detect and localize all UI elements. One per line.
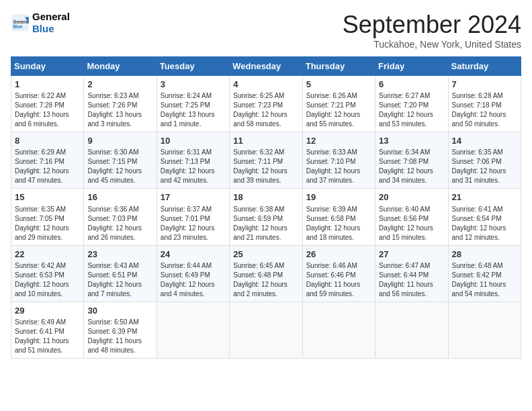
calendar-header-row: SundayMondayTuesdayWednesdayThursdayFrid…: [11, 57, 521, 76]
logo-icon: General Blue: [11, 13, 30, 32]
day-info: Sunrise: 6:23 AM Sunset: 7:26 PM Dayligh…: [87, 91, 152, 129]
day-info: Sunrise: 6:33 AM Sunset: 7:10 PM Dayligh…: [306, 148, 371, 185]
svg-text:Blue: Blue: [13, 24, 23, 29]
day-number: 25: [233, 248, 298, 261]
day-number: 5: [306, 79, 371, 91]
day-info: Sunrise: 6:27 AM Sunset: 7:20 PM Dayligh…: [379, 91, 444, 129]
calendar-week-row: 8Sunrise: 6:29 AM Sunset: 7:16 PM Daylig…: [11, 132, 521, 189]
calendar-cell: [157, 302, 229, 358]
column-header-monday: Monday: [84, 57, 157, 76]
day-info: Sunrise: 6:29 AM Sunset: 7:16 PM Dayligh…: [15, 148, 80, 185]
column-header-sunday: Sunday: [11, 57, 84, 76]
calendar-week-row: 1Sunrise: 6:22 AM Sunset: 7:28 PM Daylig…: [11, 76, 521, 132]
day-number: 12: [306, 135, 371, 147]
day-info: Sunrise: 6:42 AM Sunset: 6:53 PM Dayligh…: [15, 261, 80, 299]
day-number: 14: [452, 135, 517, 147]
day-info: Sunrise: 6:43 AM Sunset: 6:51 PM Dayligh…: [87, 261, 152, 299]
day-number: 18: [233, 191, 298, 203]
calendar-cell: 3Sunrise: 6:24 AM Sunset: 7:25 PM Daylig…: [157, 76, 229, 132]
day-info: Sunrise: 6:40 AM Sunset: 6:56 PM Dayligh…: [379, 205, 444, 242]
day-info: Sunrise: 6:31 AM Sunset: 7:13 PM Dayligh…: [161, 148, 226, 185]
day-info: Sunrise: 6:48 AM Sunset: 6:42 PM Dayligh…: [452, 261, 517, 299]
day-number: 4: [233, 79, 298, 91]
day-number: 27: [379, 248, 444, 261]
day-number: 23: [87, 248, 152, 261]
calendar-cell: 27Sunrise: 6:47 AM Sunset: 6:44 PM Dayli…: [375, 245, 448, 302]
calendar-cell: 9Sunrise: 6:30 AM Sunset: 7:15 PM Daylig…: [84, 132, 157, 189]
column-header-tuesday: Tuesday: [157, 57, 229, 76]
day-info: Sunrise: 6:28 AM Sunset: 7:18 PM Dayligh…: [452, 91, 517, 129]
day-number: 1: [15, 79, 80, 91]
day-info: Sunrise: 6:22 AM Sunset: 7:28 PM Dayligh…: [15, 91, 80, 129]
day-info: Sunrise: 6:41 AM Sunset: 6:54 PM Dayligh…: [452, 205, 517, 242]
day-number: 7: [452, 79, 517, 91]
day-info: Sunrise: 6:49 AM Sunset: 6:41 PM Dayligh…: [15, 318, 80, 355]
calendar-cell: [375, 302, 448, 358]
day-info: Sunrise: 6:35 AM Sunset: 7:06 PM Dayligh…: [452, 148, 517, 185]
calendar-week-row: 15Sunrise: 6:35 AM Sunset: 7:05 PM Dayli…: [11, 189, 521, 245]
calendar-cell: 20Sunrise: 6:40 AM Sunset: 6:56 PM Dayli…: [375, 189, 448, 245]
day-number: 20: [379, 191, 444, 203]
day-number: 29: [15, 305, 80, 317]
calendar-cell: 16Sunrise: 6:36 AM Sunset: 7:03 PM Dayli…: [84, 189, 157, 245]
day-info: Sunrise: 6:37 AM Sunset: 7:01 PM Dayligh…: [161, 205, 226, 242]
calendar-cell: 17Sunrise: 6:37 AM Sunset: 7:01 PM Dayli…: [157, 189, 229, 245]
calendar-week-row: 29Sunrise: 6:49 AM Sunset: 6:41 PM Dayli…: [11, 302, 521, 358]
day-info: Sunrise: 6:39 AM Sunset: 6:58 PM Dayligh…: [306, 205, 371, 242]
day-info: Sunrise: 6:32 AM Sunset: 7:11 PM Dayligh…: [233, 148, 298, 185]
calendar-cell: 4Sunrise: 6:25 AM Sunset: 7:23 PM Daylig…: [230, 76, 302, 132]
calendar-cell: 18Sunrise: 6:38 AM Sunset: 6:59 PM Dayli…: [230, 189, 302, 245]
day-info: Sunrise: 6:50 AM Sunset: 6:39 PM Dayligh…: [87, 318, 152, 355]
svg-text:General: General: [13, 19, 30, 24]
column-header-friday: Friday: [375, 57, 448, 76]
day-number: 16: [87, 191, 152, 203]
calendar-cell: 21Sunrise: 6:41 AM Sunset: 6:54 PM Dayli…: [448, 189, 521, 245]
day-info: Sunrise: 6:45 AM Sunset: 6:48 PM Dayligh…: [233, 261, 298, 299]
calendar-cell: 5Sunrise: 6:26 AM Sunset: 7:21 PM Daylig…: [302, 76, 375, 132]
calendar-cell: 23Sunrise: 6:43 AM Sunset: 6:51 PM Dayli…: [84, 245, 157, 302]
calendar-cell: 13Sunrise: 6:34 AM Sunset: 7:08 PM Dayli…: [375, 132, 448, 189]
day-info: Sunrise: 6:47 AM Sunset: 6:44 PM Dayligh…: [379, 261, 444, 299]
day-number: 3: [161, 79, 226, 91]
day-number: 19: [306, 191, 371, 203]
day-number: 30: [87, 305, 152, 317]
calendar-cell: 10Sunrise: 6:31 AM Sunset: 7:13 PM Dayli…: [157, 132, 229, 189]
page-header: General Blue General Blue September 2024…: [11, 11, 521, 50]
title-area: September 2024 Tuckahoe, New York, Unite…: [343, 11, 521, 50]
day-number: 26: [306, 248, 371, 261]
day-info: Sunrise: 6:36 AM Sunset: 7:03 PM Dayligh…: [87, 205, 152, 242]
day-info: Sunrise: 6:26 AM Sunset: 7:21 PM Dayligh…: [306, 91, 371, 129]
day-number: 15: [15, 191, 80, 203]
day-info: Sunrise: 6:44 AM Sunset: 6:49 PM Dayligh…: [161, 261, 226, 299]
calendar-table: SundayMondayTuesdayWednesdayThursdayFrid…: [11, 56, 521, 359]
calendar-cell: 22Sunrise: 6:42 AM Sunset: 6:53 PM Dayli…: [11, 245, 84, 302]
day-number: 22: [15, 248, 80, 261]
day-number: 6: [379, 79, 444, 91]
logo-text: General Blue: [32, 11, 70, 35]
column-header-thursday: Thursday: [302, 57, 375, 76]
day-info: Sunrise: 6:30 AM Sunset: 7:15 PM Dayligh…: [87, 148, 152, 185]
calendar-cell: 25Sunrise: 6:45 AM Sunset: 6:48 PM Dayli…: [230, 245, 302, 302]
calendar-cell: [302, 302, 375, 358]
day-info: Sunrise: 6:25 AM Sunset: 7:23 PM Dayligh…: [233, 91, 298, 129]
calendar-cell: [448, 302, 521, 358]
day-number: 10: [161, 135, 226, 147]
calendar-cell: 14Sunrise: 6:35 AM Sunset: 7:06 PM Dayli…: [448, 132, 521, 189]
day-number: 8: [15, 135, 80, 147]
calendar-cell: 1Sunrise: 6:22 AM Sunset: 7:28 PM Daylig…: [11, 76, 84, 132]
day-number: 9: [87, 135, 152, 147]
location: Tuckahoe, New York, United States: [343, 39, 521, 50]
month-title: September 2024: [343, 11, 521, 39]
day-number: 11: [233, 135, 298, 147]
day-info: Sunrise: 6:38 AM Sunset: 6:59 PM Dayligh…: [233, 205, 298, 242]
day-number: 2: [87, 79, 152, 91]
calendar-cell: 7Sunrise: 6:28 AM Sunset: 7:18 PM Daylig…: [448, 76, 521, 132]
calendar-cell: [230, 302, 302, 358]
day-info: Sunrise: 6:35 AM Sunset: 7:05 PM Dayligh…: [15, 205, 80, 242]
day-number: 28: [452, 248, 517, 261]
column-header-saturday: Saturday: [448, 57, 521, 76]
day-number: 13: [379, 135, 444, 147]
calendar-week-row: 22Sunrise: 6:42 AM Sunset: 6:53 PM Dayli…: [11, 245, 521, 302]
calendar-cell: 6Sunrise: 6:27 AM Sunset: 7:20 PM Daylig…: [375, 76, 448, 132]
calendar-cell: 8Sunrise: 6:29 AM Sunset: 7:16 PM Daylig…: [11, 132, 84, 189]
